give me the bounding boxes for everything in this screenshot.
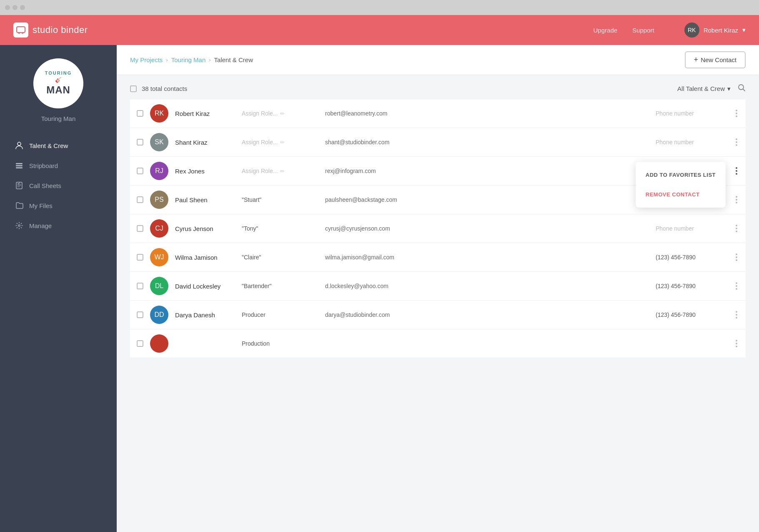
contact-email: cyrusj@cyrusjenson.com <box>325 225 656 232</box>
menu-dot-2 <box>736 256 737 258</box>
contact-email: d.lockesley@yahoo.com <box>325 283 656 289</box>
breadcrumb-talent-crew: Talent & Crew <box>214 56 253 63</box>
svg-point-1 <box>18 142 21 146</box>
sidebar-item-manage[interactable]: Manage <box>7 216 110 236</box>
title-bar <box>0 0 759 15</box>
filter-right: All Talent & Crew ▾ <box>677 83 746 94</box>
sidebar-item-my-files[interactable]: My Files <box>7 196 110 216</box>
row-menu-button[interactable] <box>731 108 742 119</box>
row-menu-button[interactable] <box>731 338 742 349</box>
user-name: Robert Kiraz <box>704 27 738 34</box>
svg-rect-2 <box>16 163 23 164</box>
contact-role: Assign Role...✏ <box>242 139 325 146</box>
contact-email: paulsheen@backstage.com <box>325 196 656 203</box>
upgrade-link[interactable]: Upgrade <box>594 27 618 34</box>
table-row: DL David Lockesley "Bartender" d.lockesl… <box>130 272 746 301</box>
edit-role-icon[interactable]: ✏ <box>280 110 285 117</box>
menu-dot-3 <box>736 346 737 347</box>
search-button[interactable] <box>737 83 746 94</box>
contacts-list: RK Robert Kiraz Assign Role...✏ robert@l… <box>130 99 746 358</box>
menu-dot-1 <box>736 253 737 255</box>
menu-dot-3 <box>736 259 737 261</box>
contact-avatar: DL <box>150 277 168 295</box>
menu-dot-3 <box>736 231 737 232</box>
sidebar-label-my-files: My Files <box>29 202 53 209</box>
row-checkbox[interactable] <box>137 254 143 261</box>
sidebar: TOURING 🎸 MAN Touring Man Talent & Crew <box>0 45 117 532</box>
edit-role-icon[interactable]: ✏ <box>280 168 285 174</box>
contact-name: Robert Kiraz <box>175 110 242 117</box>
contact-role: Assign Role...✏ <box>242 168 325 174</box>
menu-dot-2 <box>736 199 737 201</box>
select-all-checkbox[interactable] <box>130 85 137 92</box>
contact-phone: (123) 456-7890 <box>656 283 731 289</box>
manage-icon <box>15 221 23 230</box>
svg-point-6 <box>18 225 20 226</box>
breadcrumb: My Projects › Touring Man › Talent & Cre… <box>130 56 253 63</box>
logo-text: studio binder <box>33 25 88 35</box>
row-checkbox[interactable] <box>137 196 143 203</box>
add-to-favorites-item[interactable]: ADD TO FAVORITES LIST <box>636 165 726 185</box>
contact-name: Wilma Jamison <box>175 254 242 261</box>
row-menu-button[interactable] <box>731 252 742 263</box>
menu-dot-1 <box>736 167 737 169</box>
row-menu-button[interactable] <box>731 281 742 291</box>
row-checkbox[interactable] <box>137 340 143 347</box>
table-row: DD Darya Danesh Producer darya@studiobin… <box>130 301 746 329</box>
sidebar-item-call-sheets[interactable]: Call Sheets <box>7 176 110 196</box>
sidebar-item-stripboard[interactable]: Stripboard <box>7 156 110 176</box>
contact-phone: (123) 456-7890 <box>656 254 731 261</box>
stripboard-icon <box>15 161 23 170</box>
sidebar-item-talent-crew[interactable]: Talent & Crew <box>7 136 110 156</box>
row-checkbox[interactable] <box>137 283 143 289</box>
filter-bar: 38 total contacts All Talent & Crew ▾ <box>130 75 746 99</box>
contact-role: Production <box>242 340 325 347</box>
menu-dot-2 <box>736 314 737 316</box>
contact-phone: Phone number <box>656 225 731 232</box>
logo-icon <box>13 23 28 38</box>
breadcrumb-my-projects[interactable]: My Projects <box>130 56 163 63</box>
edit-role-icon[interactable]: ✏ <box>280 139 285 146</box>
row-menu-button[interactable] <box>731 309 742 320</box>
project-name: Touring Man <box>41 115 76 122</box>
svg-rect-3 <box>16 165 23 166</box>
contact-role: Assign Role...✏ <box>242 110 325 117</box>
menu-dot-3 <box>736 173 737 175</box>
project-logo: TOURING 🎸 MAN <box>33 58 83 108</box>
titlebar-dot-2 <box>13 5 18 10</box>
row-menu-button[interactable] <box>731 166 742 176</box>
row-checkbox[interactable] <box>137 139 143 146</box>
row-checkbox[interactable] <box>137 225 143 232</box>
support-link[interactable]: Support <box>632 27 654 34</box>
titlebar-dot-1 <box>5 5 10 10</box>
row-checkbox[interactable] <box>137 168 143 174</box>
user-menu[interactable]: RK Robert Kiraz ▾ <box>684 23 746 38</box>
remove-contact-item[interactable]: REMOVE CONTACT <box>636 185 726 204</box>
user-avatar: RK <box>684 23 699 38</box>
contact-phone: (123) 456-7890 <box>656 311 731 318</box>
menu-dot-2 <box>736 141 737 143</box>
row-menu-button[interactable] <box>731 137 742 148</box>
menu-dot-1 <box>736 311 737 313</box>
contact-name: Darya Danesh <box>175 311 242 319</box>
menu-dot-3 <box>736 115 737 117</box>
row-checkbox[interactable] <box>137 110 143 117</box>
contact-email: wilma.jamison@gmail.com <box>325 254 656 261</box>
menu-dot-3 <box>736 202 737 203</box>
menu-dot-2 <box>736 285 737 287</box>
row-checkbox[interactable] <box>137 311 143 318</box>
talent-crew-icon <box>15 141 23 150</box>
contact-email: darya@studiobinder.com <box>325 311 656 318</box>
row-menu-button[interactable] <box>731 223 742 234</box>
row-menu-button[interactable] <box>731 194 742 205</box>
contact-role: "Bartender" <box>242 283 325 289</box>
table-row: RJ Rex Jones Assign Role...✏ rexj@infogr… <box>130 157 746 186</box>
breadcrumb-touring-man[interactable]: Touring Man <box>171 56 206 63</box>
new-contact-button[interactable]: + New Contact <box>685 51 746 68</box>
table-row: Production <box>130 329 746 358</box>
filter-dropdown[interactable]: All Talent & Crew ▾ <box>677 85 731 93</box>
menu-dot-1 <box>736 196 737 198</box>
app-body: TOURING 🎸 MAN Touring Man Talent & Crew <box>0 45 759 532</box>
top-nav: studio binder Upgrade Support RK Robert … <box>0 15 759 45</box>
svg-point-7 <box>739 85 744 90</box>
